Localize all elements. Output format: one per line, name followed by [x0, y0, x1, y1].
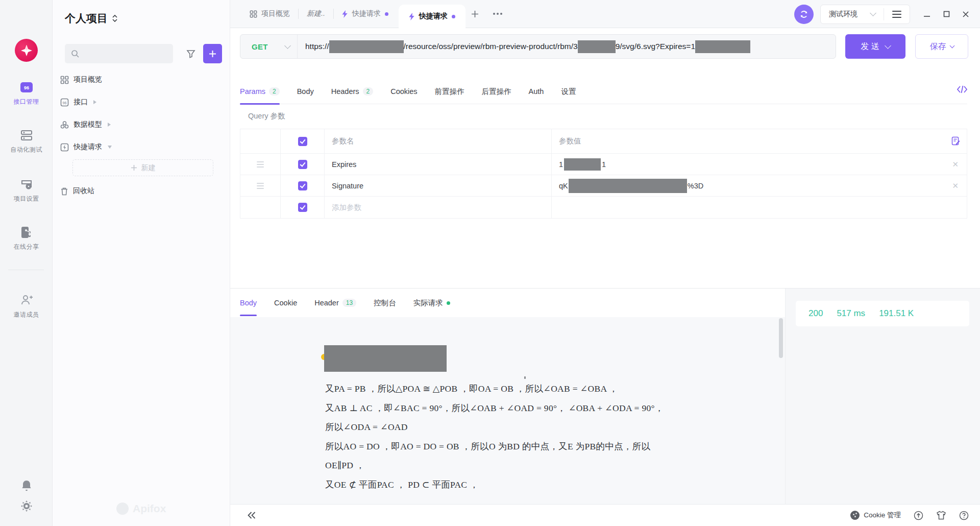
- param-name-input[interactable]: Expires: [325, 154, 552, 175]
- sort-updown-icon: [112, 15, 117, 22]
- url-input[interactable]: https:///resource/oss/preview/rbm-previe…: [298, 40, 836, 53]
- plus-icon: [209, 50, 216, 58]
- sidebar-item-quick-request[interactable]: 快捷请求: [53, 139, 230, 155]
- circle-up-arrow-icon: [914, 511, 923, 520]
- sidebar-item-label: 接口: [74, 98, 88, 107]
- code-icon: [957, 85, 967, 93]
- redacted-content-block: [324, 345, 447, 372]
- plus-icon: [131, 164, 137, 171]
- filter-button[interactable]: [182, 44, 200, 63]
- tab-new[interactable]: 新建..: [299, 0, 333, 28]
- delete-row-button[interactable]: ✕: [952, 181, 959, 190]
- scrollbar-thumb[interactable]: [779, 318, 783, 358]
- new-tab-button[interactable]: [468, 6, 483, 21]
- new-quick-request-button[interactable]: 新建: [72, 159, 213, 176]
- tab-project-overview[interactable]: 项目概览: [241, 0, 298, 28]
- overview-grid-icon: [60, 76, 69, 84]
- add-param-input[interactable]: 添加参数: [325, 197, 552, 218]
- window-close-button[interactable]: [959, 7, 973, 21]
- cookie-manage-button[interactable]: Cookie 管理: [850, 511, 901, 520]
- double-chevron-left-icon: [247, 511, 256, 519]
- sidebar-item-label: 数据模型: [74, 120, 102, 129]
- drag-handle-icon[interactable]: [257, 183, 264, 189]
- param-value-input[interactable]: qK%3D ✕: [552, 175, 967, 196]
- save-button[interactable]: 保存: [915, 34, 968, 59]
- response-section: Body Cookie Header 13 控制台 实际请求 又PA = PB …: [230, 288, 980, 504]
- trash-icon: [60, 187, 68, 196]
- svg-text:96: 96: [23, 85, 29, 90]
- math-line: 又OE ⊄ 平面PAC ， PD ⊂ 平面PAC ，: [325, 479, 479, 491]
- request-tabs: Params 2 Body Headers 2 Cookies 前置操作 后置操…: [240, 79, 967, 104]
- publish-button[interactable]: [914, 511, 923, 520]
- sidebar-item-trash[interactable]: 回收站: [53, 183, 230, 199]
- tab-headers[interactable]: Headers 2: [331, 79, 374, 104]
- sidebar-item-label: 邀请成员: [0, 310, 53, 319]
- sidebar-item-auto-test[interactable]: 自动化测试: [0, 129, 53, 154]
- sidebar-item-invite[interactable]: 邀请成员: [0, 294, 53, 319]
- ellipsis-icon: [497, 13, 499, 15]
- sync-button[interactable]: [794, 5, 814, 24]
- code-view-button[interactable]: [957, 85, 967, 95]
- tab-quick-request-2[interactable]: 快捷请求: [399, 5, 465, 29]
- param-name-input[interactable]: Signature: [325, 175, 552, 196]
- search-input[interactable]: [65, 44, 173, 63]
- sidebar-item-api-manage[interactable]: 96 接口管理: [0, 81, 53, 106]
- delete-row-button[interactable]: ✕: [952, 160, 959, 169]
- tab-settings[interactable]: 设置: [561, 79, 576, 104]
- add-button[interactable]: [203, 44, 222, 63]
- tab-response-cookie[interactable]: Cookie: [274, 291, 297, 316]
- param-row-signature: Signature qK%3D ✕: [240, 175, 967, 197]
- sidebar-item-overview[interactable]: 项目概览: [53, 71, 230, 88]
- tab-params[interactable]: Params 2: [240, 79, 280, 104]
- method-selector[interactable]: GET: [240, 35, 298, 58]
- sidebar-item-online-share[interactable]: 在线分享: [0, 226, 53, 251]
- lightning-icon: [342, 10, 348, 18]
- tab-quick-request-1[interactable]: 快捷请求: [334, 0, 397, 28]
- row-checkbox[interactable]: [298, 181, 307, 190]
- tab-post-ops[interactable]: 后置操作: [482, 79, 511, 104]
- window-maximize-button[interactable]: [939, 7, 953, 21]
- send-button[interactable]: 发 送: [845, 34, 905, 59]
- data-model-icon: [60, 121, 69, 129]
- tab-actual-request[interactable]: 实际请求: [413, 291, 450, 316]
- tab-body[interactable]: Body: [297, 79, 314, 104]
- environment-selector[interactable]: 测试环境: [821, 10, 884, 19]
- theme-button[interactable]: [936, 511, 946, 520]
- column-header-name: 参数名: [325, 129, 552, 153]
- tab-pre-ops[interactable]: 前置操作: [435, 79, 464, 104]
- collapse-panel-button[interactable]: [247, 511, 256, 519]
- sidebar-item-model[interactable]: 数据模型: [53, 116, 230, 133]
- project-switcher[interactable]: 个人项目: [65, 11, 117, 26]
- window-minimize-button[interactable]: [920, 7, 934, 21]
- help-button[interactable]: [959, 511, 969, 520]
- add-param-value-input[interactable]: [552, 197, 967, 218]
- apifox-logo[interactable]: [15, 39, 38, 62]
- redacted-value: [564, 158, 601, 171]
- tab-response-body[interactable]: Body: [240, 291, 257, 316]
- drag-handle-icon[interactable]: [257, 161, 264, 168]
- bell-icon: [0, 479, 53, 492]
- menu-button[interactable]: [884, 11, 910, 18]
- sidebar-item-label: 快捷请求: [74, 142, 102, 152]
- tab-auth[interactable]: Auth: [529, 79, 544, 104]
- math-line: 又PA = PB ，所以△POA ≅ △POB ，即OA = OB ，所以∠OA…: [325, 382, 618, 395]
- select-all-checkbox[interactable]: [298, 137, 307, 146]
- settings-button[interactable]: [0, 499, 53, 513]
- sidebar-item-label: 项目概览: [74, 75, 102, 84]
- tab-cookies[interactable]: Cookies: [390, 79, 417, 104]
- tab-console[interactable]: 控制台: [374, 291, 396, 316]
- row-checkbox[interactable]: [298, 203, 307, 212]
- param-row-expires: Expires 11 ✕: [240, 154, 967, 175]
- bulk-edit-button[interactable]: [951, 136, 960, 147]
- activity-bar: 96 接口管理 自动化测试 项目设置: [0, 0, 53, 526]
- response-size: 191.51 K: [879, 308, 914, 319]
- param-value-input[interactable]: 11 ✕: [552, 154, 967, 175]
- notifications-button[interactable]: [0, 479, 53, 492]
- sidebar-item-api[interactable]: 96 接口: [53, 94, 230, 110]
- params-count-badge: 2: [269, 87, 280, 95]
- project-title: 个人项目: [65, 11, 108, 26]
- sidebar-item-proj-settings[interactable]: 项目设置: [0, 178, 53, 203]
- row-checkbox[interactable]: [298, 160, 307, 169]
- more-tabs-button[interactable]: [490, 6, 505, 21]
- tab-response-header[interactable]: Header 13: [314, 291, 356, 316]
